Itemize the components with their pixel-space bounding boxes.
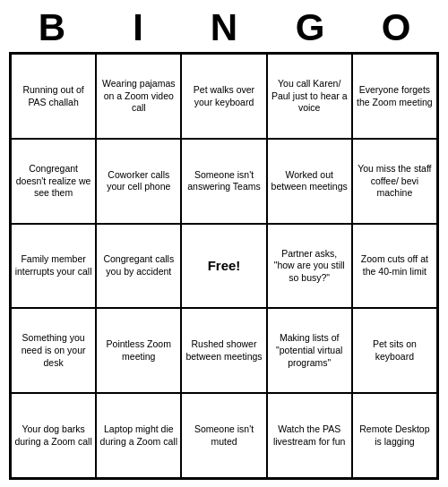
bingo-cell-8: Worked out between meetings (267, 139, 352, 224)
bingo-cell-22: Someone isn't muted (181, 393, 266, 478)
bingo-cell-19: Pet sits on keyboard (352, 308, 437, 393)
bingo-cell-11: Congregant calls you by accident (96, 224, 181, 309)
bingo-cell-4: Everyone forgets the Zoom meeting (352, 54, 437, 139)
bingo-letter: B (13, 7, 91, 48)
bingo-cell-0: Running out of PAS challah (11, 54, 96, 139)
bingo-cell-13: Partner asks, "how are you still so busy… (267, 224, 352, 309)
bingo-cell-9: You miss the staff coffee/ bevi machine (352, 139, 437, 224)
bingo-cell-10: Family member interrupts your call (11, 224, 96, 309)
bingo-cell-7: Someone isn't answering Teams (181, 139, 266, 224)
bingo-letter: O (357, 7, 435, 48)
bingo-cell-1: Wearing pajamas on a Zoom video call (96, 54, 181, 139)
bingo-cell-23: Watch the PAS livestream for fun (267, 393, 352, 478)
bingo-letter: G (271, 7, 349, 48)
bingo-cell-16: Pointless Zoom meeting (96, 308, 181, 393)
bingo-cell-6: Coworker calls your cell phone (96, 139, 181, 224)
bingo-cell-20: Your dog barks during a Zoom call (11, 393, 96, 478)
bingo-grid: Running out of PAS challahWearing pajama… (9, 52, 439, 480)
bingo-cell-12: Free! (181, 224, 266, 309)
bingo-letter: I (99, 7, 177, 48)
bingo-cell-18: Making lists of "potential virtual progr… (267, 308, 352, 393)
bingo-cell-3: You call Karen/ Paul just to hear a voic… (267, 54, 352, 139)
bingo-header: BINGO (9, 7, 439, 48)
bingo-cell-21: Laptop might die during a Zoom call (96, 393, 181, 478)
bingo-cell-14: Zoom cuts off at the 40-min limit (352, 224, 437, 309)
bingo-cell-5: Congregant doesn't realize we see them (11, 139, 96, 224)
bingo-cell-2: Pet walks over your keyboard (181, 54, 266, 139)
bingo-cell-24: Remote Desktop is lagging (352, 393, 437, 478)
bingo-cell-15: Something you need is on your desk (11, 308, 96, 393)
bingo-cell-17: Rushed shower between meetings (181, 308, 266, 393)
bingo-letter: N (185, 7, 263, 48)
